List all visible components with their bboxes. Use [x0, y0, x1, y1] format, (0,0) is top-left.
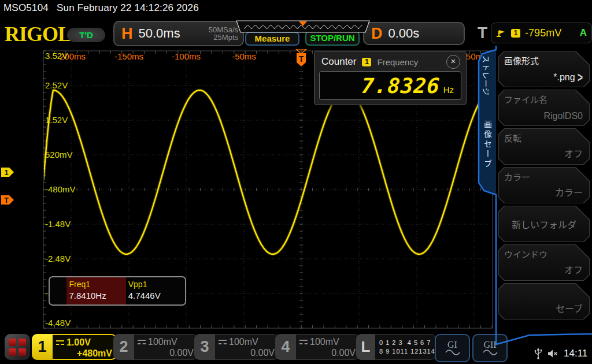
timebase-value: 50.0ms — [139, 26, 180, 41]
h-label: H — [121, 25, 133, 43]
svg-text:3.52V: 3.52V — [45, 51, 68, 61]
logic-channels-box[interactable]: L 0 1 2 3 4 5 6 7 8 9 1011 12131415 — [356, 334, 436, 360]
counter-title: Counter — [321, 56, 356, 68]
dc-coupling-icon — [299, 339, 308, 344]
menu-item-color[interactable]: カラー カラー — [498, 167, 590, 203]
horizontal-timebase-panel[interactable]: H 50.0ms 50MSa/s 25Mpts — [113, 21, 244, 46]
menu-item-new-folder[interactable]: 新しいフォルダ — [498, 206, 590, 242]
svg-text:-100ms: -100ms — [172, 51, 201, 61]
tab-image-save[interactable]: 画像セーブ — [482, 120, 493, 193]
menu-item-file-name[interactable]: ファイル名 RigolDS0 — [498, 90, 590, 126]
sine-wave-icon — [445, 349, 460, 355]
trigger-slope-icon — [496, 28, 506, 38]
counter-metric: Frequency — [377, 57, 418, 67]
channel-4-box[interactable]: 4 100mV 0.00V — [275, 334, 360, 360]
waveform-ch1 — [43, 90, 490, 254]
svg-text:2.52V: 2.52V — [45, 80, 68, 90]
dc-coupling-icon — [219, 339, 227, 344]
trigger-info-box: 1 -795mV A — [491, 23, 592, 43]
title-bar: MSO5104Sun February 22 14:12:26 2026 — [3, 2, 199, 14]
svg-text:-1.48V: -1.48V — [45, 219, 71, 229]
channel-3-box[interactable]: 3 100mV 0.00V — [194, 334, 279, 360]
model-name: MSO5104 — [3, 2, 49, 13]
generator-1-button[interactable]: GI — [435, 334, 470, 362]
svg-text:-50ms: -50ms — [232, 51, 256, 61]
acquisition-info: 50MSa/s 25Mpts — [209, 26, 238, 41]
svg-text:1: 1 — [4, 168, 8, 177]
clock: 14:11 — [564, 348, 587, 359]
close-icon[interactable]: × — [446, 55, 460, 69]
measurement-box[interactable]: Freq1 7.8410Hz Vpp1 4.7446V — [49, 276, 186, 306]
trigger-panel[interactable]: T 1 -795mV A — [478, 22, 592, 44]
counter-popup: Counter 1 Frequency × 7.8326 Hz — [314, 51, 467, 105]
dc-coupling-icon — [56, 340, 64, 345]
svg-text:-2.48V: -2.48V — [45, 254, 71, 263]
counter-unit: Hz — [443, 85, 454, 95]
ch1-ground-marker[interactable]: 1 — [1, 168, 14, 177]
svg-text:-150ms: -150ms — [114, 51, 143, 61]
measurement-freq1[interactable]: Freq1 7.8410Hz — [66, 277, 125, 304]
svg-text:T: T — [299, 54, 304, 64]
menu-item-window[interactable]: ウインドウ オフ — [498, 244, 590, 281]
channel-2-box[interactable]: 2 100mV 0.00V — [113, 334, 198, 360]
waveform-overview-strip[interactable] — [236, 20, 370, 33]
trigger-level-value: -795mV — [525, 27, 561, 39]
datetime: Sun February 22 14:12:26 2026 — [57, 2, 199, 13]
delay-value: 0.00s — [388, 26, 420, 41]
measure-button[interactable]: Measure — [245, 32, 299, 46]
t-label: T — [478, 24, 487, 42]
sine-wave-icon — [483, 349, 498, 355]
tab-storage[interactable]: ストレージ — [481, 55, 492, 120]
d-label: D — [371, 25, 383, 43]
chevron-right-icon: > — [578, 70, 583, 86]
measurement-vpp1[interactable]: Vpp1 4.7446V — [126, 277, 185, 304]
menu-item-invert[interactable]: 反転 オフ — [498, 128, 590, 165]
menu-item-image-format[interactable]: 画像形式 *.png> — [498, 51, 590, 87]
trigger-source-badge: 1 — [511, 29, 520, 38]
status-area: 14:11 — [534, 348, 587, 359]
delay-panel[interactable]: D 0.00s — [363, 22, 465, 45]
svg-text:-4.48V: -4.48V — [45, 318, 71, 328]
generator-2-button[interactable]: GII — [472, 334, 508, 362]
memory-depth: 25Mpts — [213, 33, 238, 42]
counter-value: 7.8326 — [360, 74, 441, 98]
soft-menu: 画像形式 *.png> ファイル名 RigolDS0 反転 オフ カラー カラー… — [498, 51, 590, 322]
channel-grid-icon[interactable] — [5, 334, 30, 360]
rigol-logo: RIGOL — [5, 22, 71, 46]
svg-text:T: T — [4, 196, 9, 205]
svg-text:-480mV: -480mV — [45, 184, 76, 194]
trigger-mode: A — [580, 27, 587, 39]
oscilloscope-screen: MSO5104Sun February 22 14:12:26 2026 RIG… — [0, 0, 592, 364]
counter-display: 7.8326 Hz — [319, 71, 461, 100]
speaker-muted-icon[interactable] — [547, 349, 558, 358]
menu-item-save[interactable]: セーブ — [498, 283, 590, 320]
channel-1-box[interactable]: 1 1.00V +480mV — [32, 334, 117, 360]
usb-icon — [534, 348, 542, 359]
svg-text:520mV: 520mV — [45, 150, 73, 159]
counter-source-badge: 1 — [362, 58, 371, 66]
trigger-level-marker[interactable]: T — [1, 195, 14, 205]
trigger-status-badge: T'D — [67, 28, 105, 42]
dc-coupling-icon — [138, 339, 146, 344]
